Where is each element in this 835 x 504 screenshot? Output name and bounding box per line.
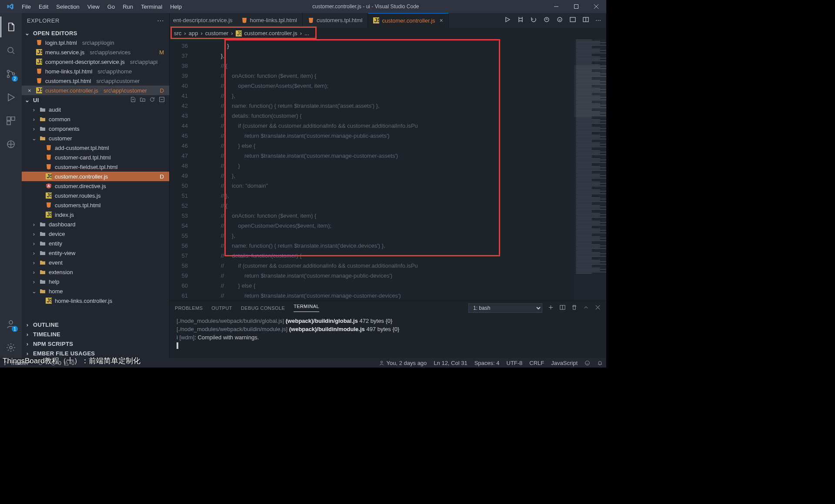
js-file-icon: JS [236,30,242,36]
tab-customer-controller-js[interactable]: JScustomer.controller.js× [368,13,448,28]
next-change-icon[interactable] [556,16,563,24]
status-bell-icon[interactable] [594,358,606,368]
activity-run-icon[interactable] [0,87,21,108]
revert-icon[interactable] [530,16,537,24]
open-editor-item[interactable]: customers.tpl.htmlsrc\app\customer [22,76,169,86]
terminal-split-icon[interactable] [559,304,566,312]
compare-icon[interactable] [517,16,524,24]
folder-item[interactable]: ›event [22,258,169,267]
terminal-output[interactable]: [./node_modules/webpack/buildin/global.j… [170,315,606,358]
status-eol[interactable]: CRLF [526,358,548,368]
folder-item[interactable]: ›entity [22,239,169,248]
folder-item[interactable]: ›audit [22,105,169,114]
code-editor[interactable]: 3637383940414243444546474849505152535455… [170,39,606,301]
file-item[interactable]: JSindex.js [22,210,169,219]
run-icon[interactable] [504,16,511,24]
open-editors-header[interactable]: ⌄OPEN EDITORS [22,28,169,38]
new-folder-icon[interactable] [140,96,146,104]
file-item[interactable]: add-customer.tpl.html [22,143,169,153]
status-blame[interactable]: You, 2 days ago [375,358,431,368]
status-cursor[interactable]: Ln 12, Col 31 [430,358,471,368]
section-npm-scripts[interactable]: ›NPM SCRIPTS [22,339,169,348]
menu-run[interactable]: Run [119,2,137,12]
window-close-button[interactable] [586,0,606,13]
activity-settings-icon[interactable] [0,337,21,358]
new-file-icon[interactable] [130,96,136,104]
svg-text:JS: JS [37,49,43,55]
status-language[interactable]: JavaScript [548,358,581,368]
breadcrumb[interactable]: src › app › customer › JS customer.contr… [170,28,606,39]
split-editor-icon[interactable] [582,16,589,24]
folder-icon [39,106,46,113]
open-editor-item[interactable]: login.tpl.htmlsrc\app\login [22,38,169,47]
file-item[interactable]: JShome-links.controller.js [22,296,169,305]
file-item[interactable]: customers.tpl.html [22,200,169,210]
folder-item[interactable]: ›dashboard [22,219,169,229]
minimap[interactable] [574,39,606,301]
window-minimize-button[interactable] [546,0,566,13]
activity-extensions-icon[interactable] [0,110,21,131]
folder-item[interactable]: ›common [22,114,169,124]
folder-item[interactable]: ⌄customer [22,133,169,143]
folder-icon [39,221,46,228]
open-editor-item[interactable]: home-links.tpl.htmlsrc\app\home [22,66,169,76]
folder-item[interactable]: ›components [22,124,169,133]
panel-maximize-icon[interactable] [583,304,589,312]
terminal-kill-icon[interactable] [571,304,578,312]
open-editor-item[interactable]: ×JScustomer.controller.jssrc\app\custome… [22,86,169,95]
tab-close-icon[interactable]: × [440,17,443,24]
file-item[interactable]: customer-fieldset.tpl.html [22,162,169,172]
file-item[interactable]: JScustomer.routes.js [22,191,169,200]
menu-selection[interactable]: Selection [53,2,83,12]
prev-change-icon[interactable] [543,16,550,24]
html-icon [45,202,52,209]
terminal-selector[interactable]: 1: bash [468,303,542,313]
section-timeline[interactable]: ›TIMELINE [22,329,169,339]
tab-customers-tpl-html[interactable]: customers.tpl.html [303,13,368,28]
panel-close-icon[interactable] [595,304,601,312]
activity-scm-icon[interactable]: 2 [0,63,21,84]
menu-go[interactable]: Go [104,2,118,12]
status-indent[interactable]: Spaces: 4 [471,358,503,368]
explorer-more-icon[interactable]: ⋯ [157,19,164,23]
project-header[interactable]: ⌄UI [22,95,169,105]
activity-docker-icon[interactable] [0,134,21,155]
panel-tab-output[interactable]: OUTPUT [211,305,232,311]
status-encoding[interactable]: UTF-8 [503,358,526,368]
section-outline[interactable]: ›OUTLINE [22,320,169,329]
menu-help[interactable]: Help [167,2,185,12]
activity-search-icon[interactable] [0,40,21,61]
folder-item[interactable]: ›device [22,229,169,239]
folder-item[interactable]: ›extension [22,267,169,277]
panel-tab-problems[interactable]: PROBLEMS [175,305,203,311]
svg-text:JS: JS [37,59,43,65]
menu-file[interactable]: File [18,2,34,12]
menu-edit[interactable]: Edit [35,2,52,12]
folder-item[interactable]: ›help [22,277,169,286]
tab-truncated[interactable]: ent-descriptor.service.js [170,17,236,23]
menu-terminal[interactable]: Terminal [137,2,166,12]
activity-explorer-icon[interactable] [0,17,21,37]
svg-point-28 [544,17,549,22]
panel-tab-debug[interactable]: DEBUG CONSOLE [241,305,285,311]
panel-tab-terminal[interactable]: TERMINAL [294,304,319,312]
open-editor-item[interactable]: JSmenu.service.jssrc\app\servicesM [22,47,169,57]
refresh-icon[interactable] [149,96,155,104]
window-maximize-button[interactable] [566,0,586,13]
menu-view[interactable]: View [84,2,103,12]
tab-more-icon[interactable]: ⋯ [595,17,601,23]
tab-home-links-tpl-html[interactable]: home-links.tpl.html [236,13,303,28]
svg-point-1 [8,47,13,53]
split-prev-icon[interactable] [569,16,576,24]
terminal-new-icon[interactable] [548,304,554,312]
file-item[interactable]: customer-card.tpl.html [22,153,169,162]
folder-item[interactable]: ›entity-view [22,248,169,258]
folder-item[interactable]: ⌄home [22,286,169,296]
status-feedback-icon[interactable] [581,358,594,368]
collapse-icon[interactable] [159,96,165,104]
open-editor-item[interactable]: JScomponent-descriptor.service.jssrc\app… [22,57,169,66]
folder-open-icon [39,269,46,275]
file-item[interactable]: JScustomer.controller.jsD [22,172,169,181]
file-item[interactable]: customer.directive.js [22,181,169,191]
activity-account-icon[interactable]: 1 [0,314,21,335]
